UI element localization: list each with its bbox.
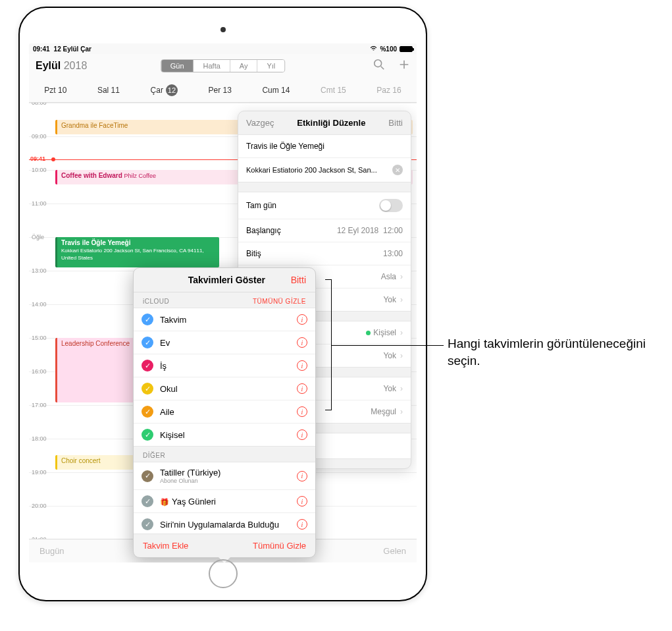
cancel-button[interactable]: Vazgeç — [246, 118, 274, 128]
battery-percent: %100 — [380, 45, 397, 53]
start-row[interactable]: Başlangıç12 Eyl 2018 12:00 — [238, 219, 411, 242]
day-wed-label: Çar — [151, 86, 163, 95]
all-day-toggle[interactable] — [379, 199, 403, 212]
info-icon[interactable]: i — [297, 519, 307, 530]
popover-done-button[interactable]: Bitti — [291, 275, 306, 285]
status-bar: 09:41 12 Eylül Çar %100 — [29, 43, 417, 54]
done-button[interactable]: Bitti — [388, 118, 403, 128]
inbox-button[interactable]: Gelen — [383, 546, 406, 556]
icloud-calendar-list: ✓Takvimi✓Evi✓İşi✓Okuli✓Ailei✓Kişiseli — [134, 308, 315, 447]
all-day-label: Tam gün — [246, 201, 276, 210]
day-thu[interactable]: Per 13 — [208, 86, 231, 95]
hour-label: 14:00 — [32, 301, 47, 308]
day-fri[interactable]: Cum 14 — [262, 86, 290, 95]
chevron-icon: › — [400, 351, 403, 360]
repeat-value: Asla — [381, 272, 396, 281]
view-segmented-control[interactable]: Gün Hafta Ay Yıl — [161, 59, 286, 72]
info-icon[interactable]: i — [297, 471, 307, 481]
info-icon[interactable]: i — [297, 496, 307, 507]
hour-label: 13:00 — [32, 267, 47, 274]
event-block[interactable]: Choir concert — [55, 455, 134, 470]
day-mon[interactable]: Pzt 10 — [44, 86, 66, 95]
calendar-row[interactable]: ✓Siri'nin Uygulamalarda Bulduğui — [134, 513, 315, 534]
seg-year[interactable]: Yıl — [257, 60, 284, 72]
calendar-value: Kişisel — [373, 328, 396, 337]
calendar-check-icon[interactable]: ✓ — [142, 470, 153, 482]
home-button[interactable] — [209, 559, 238, 588]
other-calendar-list: ✓Tatiller (Türkiye)Abone Olunani✓🎁Yaş Gü… — [134, 462, 315, 534]
add-calendar-button[interactable]: Takvim Ekle — [143, 541, 188, 551]
calendar-check-icon[interactable]: ✓ — [142, 406, 153, 418]
calendar-row[interactable]: ✓Evi — [134, 331, 315, 354]
info-icon[interactable]: i — [297, 337, 307, 348]
calendar-name: Ev — [160, 338, 297, 348]
calendar-row[interactable]: ✓Tatiller (Türkiye)Abone Olunani — [134, 462, 315, 490]
calendar-row[interactable]: ✓Ailei — [134, 400, 315, 424]
event-location: Kokkari Estiatorio 200 Jackson St, San F… — [61, 248, 204, 261]
calendar-check-icon[interactable]: ✓ — [142, 495, 153, 507]
end-label: Bitiş — [246, 249, 261, 258]
week-day-strip[interactable]: Pzt 10 Sal 11 Çar 12 Per 13 Cum 14 Cmt 1… — [29, 78, 417, 103]
start-date: 12 Eyl 2018 — [337, 226, 378, 235]
info-icon[interactable]: i — [297, 360, 307, 371]
calendar-name: 🎁Yaş Günleri — [160, 497, 297, 507]
calendar-check-icon[interactable]: ✓ — [142, 360, 153, 371]
event-name-value: Travis ile Öğle Yemeği — [246, 142, 324, 151]
seg-week[interactable]: Hafta — [194, 60, 230, 72]
event-name-field[interactable]: Travis ile Öğle Yemeği — [238, 135, 411, 158]
event-block[interactable]: Travis ile Öğle YemeğiKokkari Estiatorio… — [55, 237, 219, 267]
day-sun[interactable]: Paz 16 — [376, 86, 401, 95]
year-label: 2018 — [64, 60, 88, 71]
hour-label: 19:00 — [32, 469, 47, 476]
end-row[interactable]: Bitiş13:00 — [238, 242, 411, 265]
info-icon[interactable]: i — [297, 314, 307, 325]
today-button[interactable]: Bugün — [39, 546, 65, 556]
info-icon[interactable]: i — [297, 383, 307, 394]
calendar-check-icon[interactable]: ✓ — [142, 429, 153, 441]
calendar-check-icon[interactable]: ✓ — [142, 383, 153, 395]
hide-all-bottom-button[interactable]: Tümünü Gizle — [253, 541, 306, 551]
all-day-row[interactable]: Tam gün — [238, 192, 411, 219]
day-sat[interactable]: Cmt 15 — [321, 86, 346, 95]
event-location: Philz Coffee — [124, 173, 156, 179]
calendar-name: Tatiller (Türkiye)Abone Olunan — [160, 468, 297, 484]
calendar-row[interactable]: ✓İşi — [134, 354, 315, 377]
chevron-icon: › — [400, 328, 403, 337]
event-location-value: Kokkari Estiatorio 200 Jackson St, San..… — [246, 166, 377, 174]
day-wed[interactable]: Çar 12 — [151, 84, 178, 96]
calendar-row[interactable]: ✓Kişiseli — [134, 424, 315, 446]
calendar-check-icon[interactable]: ✓ — [142, 337, 153, 348]
calendar-row[interactable]: ✓Okuli — [134, 377, 315, 400]
search-icon[interactable] — [373, 59, 385, 73]
event-title: Coffee with Edward — [61, 172, 122, 179]
calendar-check-icon[interactable]: ✓ — [142, 314, 153, 325]
month-title[interactable]: Eylül 2018 — [36, 60, 87, 72]
event-title: Travis ile Öğle Yemeği — [61, 239, 130, 246]
seg-day[interactable]: Gün — [161, 60, 194, 72]
calendar-name: Takvim — [160, 315, 297, 325]
calendar-row[interactable]: ✓🎁Yaş Günlerii — [134, 490, 315, 513]
hour-label: 15:00 — [32, 335, 47, 341]
svg-point-0 — [375, 60, 382, 67]
info-icon[interactable]: i — [297, 406, 307, 417]
info-icon[interactable]: i — [297, 429, 307, 440]
battery-icon — [400, 46, 413, 52]
current-time-label: 09:41 — [30, 155, 45, 162]
svg-line-1 — [381, 67, 384, 70]
hide-all-button[interactable]: TÜMÜNÜ GİZLE — [253, 298, 306, 305]
add-event-icon[interactable] — [398, 59, 410, 73]
callout-line — [332, 345, 444, 346]
hour-label: 10:00 — [32, 167, 47, 173]
hour-label: Öğle — [32, 234, 44, 240]
event-block[interactable]: Leadership Conference — [55, 338, 134, 402]
hour-label: 17:00 — [32, 402, 47, 408]
popover-title: Takvimleri Göster — [163, 275, 291, 285]
clear-location-icon[interactable]: ✕ — [392, 165, 403, 175]
day-tue[interactable]: Sal 11 — [97, 86, 120, 95]
calendars-popover: Takvimleri Göster Bitti iCLOUD TÜMÜNÜ Gİ… — [133, 267, 316, 558]
calendar-check-icon[interactable]: ✓ — [142, 518, 153, 530]
calendar-row[interactable]: ✓Takvimi — [134, 308, 315, 331]
calendar-name: Okul — [160, 384, 297, 394]
seg-month[interactable]: Ay — [230, 60, 258, 72]
event-location-field[interactable]: Kokkari Estiatorio 200 Jackson St, San..… — [238, 158, 411, 182]
